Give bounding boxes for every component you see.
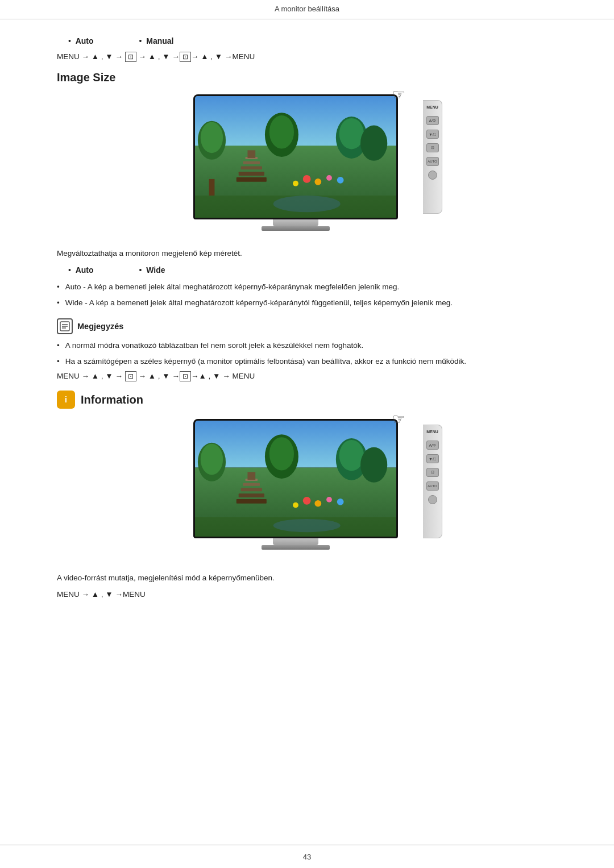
side-btn-vd: ▼/□: [426, 130, 439, 139]
info-svg-icon: i: [60, 393, 72, 406]
svg-point-12: [269, 115, 294, 148]
monitor-stand-1: [273, 219, 318, 226]
auto-desc-item: Auto - A kép a bemeneti jelek által megh…: [57, 281, 557, 293]
hand-cursor-2: ☞: [392, 410, 405, 428]
garden-scene-1: [195, 96, 396, 218]
svg-rect-32: [243, 483, 260, 486]
garden-svg-1: [195, 96, 396, 218]
svg-point-16: [303, 175, 311, 183]
svg-point-17: [314, 178, 321, 185]
side-btn-power-2: [428, 495, 437, 504]
svg-rect-6: [237, 177, 267, 182]
svg-point-40: [269, 437, 294, 470]
bottom-border: [0, 845, 614, 845]
note-box: Megjegyzés: [57, 318, 557, 334]
monitor-screen-2: [193, 419, 398, 538]
svg-rect-35: [237, 499, 267, 504]
svg-point-44: [303, 497, 311, 505]
svg-point-38: [201, 444, 223, 475]
side-btn-power: [428, 171, 437, 180]
bullet-auto-2: • Auto: [68, 265, 94, 275]
svg-point-46: [326, 497, 332, 502]
note-item-2: Ha a számítógépen a széles képernyő (a m…: [57, 356, 557, 367]
image-size-description: Megváltoztathatja a monitoron megjelenő …: [57, 249, 557, 258]
svg-point-22: [273, 196, 341, 212]
svg-rect-36: [247, 472, 255, 480]
svg-point-45: [314, 500, 321, 507]
bullet-auto: • Auto: [68, 36, 94, 45]
monitor-wrapper-1: MENU A/Φ ▼/□ ⊡ AUTO ☞: [193, 94, 421, 236]
menu-nav-line-2: MENU → ▲ , ▼ → ⊡ → ▲ , ▼ →⊡→▲ , ▼ → MENU: [57, 372, 557, 380]
auto-wide-row: • Auto • Wide: [68, 265, 557, 275]
information-section-header: i Information: [57, 391, 557, 409]
menu-nav-line-3: MENU → ▲ , ▼ →MENU: [57, 590, 557, 599]
information-description: A video-forrást mutatja, megjelenítési m…: [57, 574, 557, 582]
svg-point-20: [293, 181, 298, 186]
page-number: 43: [0, 853, 614, 861]
monitor-base-1: [262, 226, 330, 231]
svg-point-43: [360, 447, 387, 483]
menu-nav-line-1: MENU → ▲ , ▼ → ⊡ → ▲ , ▼ →⊡→ ▲ , ▼ →MENU: [57, 52, 557, 61]
note-svg-icon: [59, 321, 70, 332]
side-btn-ao-2: A/Φ: [426, 441, 439, 450]
menu-btn-label: MENU: [426, 105, 438, 109]
wide-desc-item: Wide - A kép a bemeneti jelek által megh…: [57, 297, 557, 309]
bullet-wide: • Wide: [139, 265, 165, 275]
monitor-side-panel-2: MENU A/Φ ▼/□ ⊡ AUTO: [423, 425, 442, 538]
monitor-screen-1: [193, 94, 398, 219]
svg-point-48: [293, 502, 298, 508]
monitor-image-1: MENU A/Φ ▼/□ ⊡ AUTO ☞: [57, 94, 557, 236]
svg-point-9: [201, 122, 223, 153]
monitor-side-panel-1: MENU A/Φ ▼/□ ⊡ AUTO: [423, 100, 442, 214]
svg-rect-3: [243, 161, 260, 164]
svg-point-15: [360, 126, 387, 161]
auto-manual-row: • Auto • Manual: [68, 36, 557, 45]
side-btn-enter-2: ⊡: [426, 468, 439, 477]
bullet-manual: • Manual: [139, 36, 174, 45]
note-list: A normál módra vonatkozó táblázatban fel…: [57, 340, 557, 368]
side-btn-vd-2: ▼/□: [426, 454, 439, 463]
side-btn-auto: AUTO: [426, 157, 439, 166]
monitor-wrapper-2: MENU A/Φ ▼/□ ⊡ AUTO ☞: [193, 419, 421, 561]
monitor-image-2: MENU A/Φ ▼/□ ⊡ AUTO ☞: [57, 419, 557, 561]
info-icon: i: [57, 391, 75, 409]
side-btn-auto-2: AUTO: [426, 481, 439, 491]
svg-point-19: [337, 177, 344, 184]
side-btn-ao: A/Φ: [426, 116, 439, 125]
svg-rect-33: [241, 488, 262, 492]
svg-point-18: [326, 175, 332, 181]
image-size-bullet-list: Auto - A kép a bemeneti jelek által megh…: [57, 281, 557, 309]
svg-point-50: [273, 519, 341, 532]
hand-cursor-1: ☞: [392, 86, 405, 103]
svg-rect-34: [239, 493, 264, 497]
svg-rect-10: [209, 179, 215, 196]
side-btn-enter: ⊡: [426, 143, 439, 152]
svg-text:i: i: [65, 395, 67, 404]
page: A monitor beállítása • Auto • Manual MEN…: [0, 0, 614, 868]
note-title: Megjegyzés: [77, 322, 123, 331]
monitor-stand-2: [273, 538, 318, 545]
svg-point-47: [337, 499, 344, 505]
content-area: • Auto • Manual MENU → ▲ , ▼ → ⊡ → ▲ , ▼…: [0, 19, 614, 643]
image-size-title: Image Size: [57, 71, 557, 84]
note-item-1: A normál módra vonatkozó táblázatban fel…: [57, 340, 557, 351]
note-icon: [57, 318, 73, 334]
svg-rect-4: [241, 167, 262, 170]
svg-point-14: [339, 118, 364, 149]
information-title: Information: [81, 393, 143, 406]
monitor-base-2: [262, 545, 330, 550]
svg-rect-5: [239, 172, 264, 176]
svg-point-42: [339, 440, 364, 471]
garden-svg-2: [195, 421, 396, 537]
svg-rect-7: [247, 150, 255, 158]
menu-btn-label-2: MENU: [426, 430, 438, 434]
page-header: A monitor beállítása: [0, 0, 614, 19]
